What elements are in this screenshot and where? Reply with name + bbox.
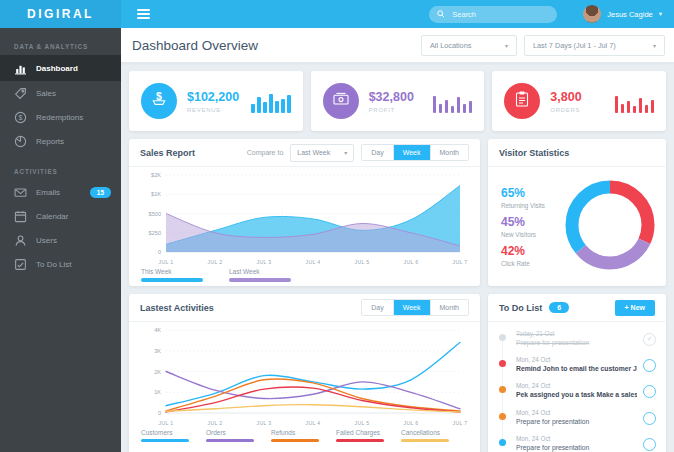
svg-text:JUL 4: JUL 4 [306,420,321,426]
todo-item[interactable]: Today, 21 OctPrepare for presentation✓ [488,325,666,351]
todo-checkbox[interactable] [643,359,656,372]
activities-chart-legend: CustomersOrdersRefundsFailed ChargesCanc… [129,429,480,442]
visitor-stat-returning-visits: 65%Returning Visits [501,186,545,209]
legend-label: Cancellations [401,429,449,436]
sales-report-title: Sales Report [140,148,195,158]
legend-swatch [336,439,384,442]
sidebar-item-emails[interactable]: Emails15 [0,180,121,204]
sales-report-chart: 0$250$500$1K$2KJUL 1JUL 2JUL 3JUL 4JUL 5… [138,170,471,268]
stat-label: ORDERS [550,107,581,113]
sidebar-item-label: Redemptions [36,113,83,122]
sidebar-item-reports[interactable]: Reports [0,129,121,153]
todo-checkbox[interactable] [643,412,656,425]
chevron-down-icon: ▾ [497,42,508,49]
new-todo-button[interactable]: + New [615,300,655,316]
chevron-down-icon: ▾ [645,42,656,49]
legend-label: Last Week [229,268,291,275]
avatar [583,5,601,23]
svg-text:1K: 1K [154,389,161,395]
location-filter-select[interactable]: All Locations▾ [421,35,517,56]
page-title: Dashboard Overview [132,38,258,53]
todo-text: Remind John to email the customer Jessie… [516,365,637,373]
range-button-week[interactable]: Week [393,145,430,160]
date-range-select[interactable]: Last 7 Days (Jul 1 - Jul 7)▾ [524,35,665,56]
sidebar-item-to-do-list[interactable]: To Do List [0,252,121,276]
range-button-day[interactable]: Day [362,145,392,160]
stat-card-revenue: $$102,200REVENUE [129,71,303,131]
range-button-day[interactable]: Day [362,300,392,315]
sidebar-nav: DATA & ANALYTICSDashboardSales$Redemptio… [0,43,121,276]
sidebar-item-dashboard[interactable]: Dashboard [0,55,121,81]
user-name: Jesus Cagide [607,10,652,19]
sidebar-item-label: Emails [36,188,60,197]
todo-list: Today, 21 OctPrepare for presentation✓Mo… [488,322,666,452]
legend-item-failed-charges: Failed Charges [336,429,384,442]
user-menu[interactable]: Jesus Cagide ▾ [583,5,662,23]
chevron-down-icon: ▾ [659,10,662,18]
todo-timeline [488,382,516,393]
search-icon [437,10,445,18]
app-logo: DIGIRAL [0,0,121,28]
todo-dot [499,413,506,420]
range-button-week[interactable]: Week [393,300,430,315]
todo-item[interactable]: Mon, 24 OctPrepare for presentation [488,404,666,430]
svg-text:JUL 6: JUL 6 [404,259,419,265]
stat-sparkline [433,90,473,113]
stat-card-orders: 3,800ORDERS [492,71,666,131]
svg-text:JUL 2: JUL 2 [208,259,223,265]
calendar-icon [14,210,27,223]
legend-label: Customers [141,429,189,436]
legend-label: Refunds [271,429,319,436]
compare-to-select[interactable]: Last Week▾ [290,144,354,162]
svg-text:JUL 1: JUL 1 [159,420,174,426]
svg-text:$2K: $2K [151,172,161,178]
svg-text:JUL 7: JUL 7 [453,420,468,426]
visitor-statistics-title: Visitor Statistics [499,148,569,158]
stat-sparkline [615,90,655,113]
sales-report-panel: Sales Report Compare to Last Week▾ DayWe… [129,139,480,286]
todo-text: Prepare for presentation [516,444,637,452]
sidebar-item-label: Sales [36,89,56,98]
range-button-month[interactable]: Month [430,145,468,160]
todo-item[interactable]: Mon, 24 OctPek assigned you a task Make … [488,378,666,404]
sidebar-item-sales[interactable]: Sales [0,81,121,105]
sidebar-item-users[interactable]: Users [0,228,121,252]
stat-icon-wrap: $ [141,83,177,119]
tag-icon [14,87,27,100]
todo-checkbox[interactable] [643,438,656,451]
visitor-donut-chart [562,177,658,273]
search-box[interactable] [429,6,557,23]
visitor-stat-new-visitors: 45%New Visitors [501,215,545,238]
todo-timeline [488,435,516,446]
legend-swatch [229,278,291,282]
svg-text:JUL 5: JUL 5 [355,259,370,265]
todo-item[interactable]: Mon, 24 OctPrepare for presentation [488,431,666,452]
latest-activities-panel: Lastest Activities DayWeekMonth 01K2K3K4… [129,294,480,452]
sidebar-item-label: Reports [36,137,64,146]
todo-item[interactable]: Mon, 24 OctRemind John to email the cust… [488,351,666,377]
stat-icon-wrap [323,83,359,119]
legend-item-cancellations: Cancellations [401,429,449,442]
visitor-stat-value: 65% [501,186,545,200]
svg-text:3K: 3K [154,348,161,354]
sidebar-item-redemptions[interactable]: $Redemptions [0,105,121,129]
stat-sparkline [251,90,291,113]
range-button-month[interactable]: Month [430,300,468,315]
svg-text:$1K: $1K [151,191,161,197]
svg-text:JUL 6: JUL 6 [404,420,419,426]
sidebar-item-label: Calendar [36,212,68,221]
svg-text:0: 0 [158,410,161,416]
sidebar-item-calendar[interactable]: Calendar [0,204,121,228]
bar-chart-icon [14,62,27,75]
clipboard-icon [512,89,532,113]
todo-checkbox[interactable]: ✓ [643,333,656,346]
visitor-stats-list: 65%Returning Visits45%New Visitors42%Cli… [501,180,545,273]
todo-checkbox[interactable] [643,385,656,398]
svg-text:$250: $250 [149,230,161,236]
visitor-statistics-panel: Visitor Statistics 65%Returning Visits45… [488,139,666,286]
menu-toggle-button[interactable] [133,5,154,23]
main-area: Dashboard Overview All Locations▾ Last 7… [121,28,674,452]
search-input[interactable] [450,9,549,20]
svg-text:JUL 2: JUL 2 [208,420,223,426]
svg-text:4K: 4K [154,327,161,333]
